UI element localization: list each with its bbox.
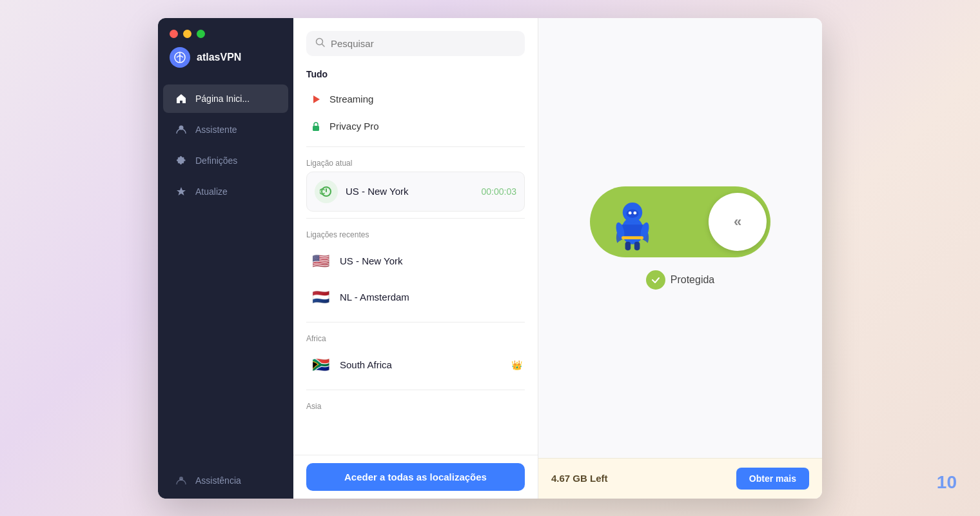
divider-1 [306,146,525,147]
sidebar-label-home: Página Inici... [195,94,250,104]
vpn-visual: « Protegida [538,18,822,458]
status-check-icon [646,270,665,290]
vpn-character [594,190,671,253]
category-streaming-label: Streaming [329,94,373,104]
sidebar-item-home[interactable]: Página Inici... [163,84,288,113]
home-icon [175,92,188,105]
flag-us: 🇺🇸 [309,250,332,273]
get-more-button[interactable]: Obter mais [736,468,809,490]
svg-marker-4 [313,95,320,103]
divider-2 [306,218,525,219]
vpn-toggle[interactable]: « [590,186,770,257]
sidebar-label-support: Assistência [195,475,241,486]
server-name-za: South Africa [340,359,501,370]
status-row: Protegida [646,270,715,290]
section-recent: Ligações recentes [306,225,525,243]
sidebar-label-settings: Definições [195,155,237,166]
window-controls [158,18,293,47]
access-all-button[interactable]: Aceder a todas as localizações [306,463,525,491]
sidebar-item-assistant[interactable]: Assistente [163,115,288,144]
sidebar-item-settings[interactable]: Definições [163,146,288,175]
svg-rect-5 [313,126,319,131]
brand: atlasVPN [158,47,293,83]
sidebar-label-assistant: Assistente [195,124,237,135]
recent-server-name-1: US - New York [340,255,522,266]
left-panel: Tudo Streaming [293,18,538,499]
upgrade-icon [175,185,188,198]
category-streaming[interactable]: Streaming [306,86,525,113]
brand-name: atlasVPN [197,52,241,63]
recent-server-us-ny[interactable]: 🇺🇸 US - New York [306,243,525,279]
current-server-item[interactable]: US - New York 00:00:03 [306,172,525,212]
section-current-connection: Ligação atual [306,154,525,172]
sidebar-item-support[interactable]: Assistência [163,466,288,497]
svg-rect-14 [625,242,631,250]
search-icon [315,37,326,50]
flag-nl: 🇳🇱 [309,286,332,309]
recent-server-name-2: NL - Amsterdam [340,292,522,303]
section-africa: Africa [306,329,525,347]
support-icon [175,474,188,487]
divider-4 [306,390,525,390]
maximize-button[interactable] [197,30,205,38]
close-button[interactable] [170,30,178,38]
sidebar-label-upgrade: Atualize [195,186,228,197]
divider-3 [306,322,525,322]
brand-logo [170,47,190,68]
sidebar: atlasVPN Página Inici... Assistente [158,18,293,499]
toggle-circle[interactable]: « [709,193,767,251]
section-label-all: Tudo [306,64,525,86]
connection-timer: 00:00:03 [482,186,517,197]
search-input[interactable] [331,38,516,49]
crown-icon: 👑 [511,360,522,370]
right-panel: « Protegida 4.67 GB Left Obter mais [538,18,822,499]
svg-point-10 [629,212,632,215]
ten-logo: 10 [937,472,957,493]
settings-icon [175,154,188,167]
search-box[interactable] [306,31,525,56]
streaming-icon [309,92,323,106]
server-south-africa[interactable]: 🇿🇦 South Africa 👑 [306,347,525,383]
data-bar: 4.67 GB Left Obter mais [538,458,822,499]
bottom-bar: Aceder a todas as localizações [293,455,538,499]
category-privacy-label: Privacy Pro [329,121,379,132]
privacy-icon [309,119,323,134]
category-privacy[interactable]: Privacy Pro [306,113,525,140]
flag-za: 🇿🇦 [309,353,332,377]
current-server-name: US - New York [346,186,474,197]
recent-server-nl-am[interactable]: 🇳🇱 NL - Amsterdam [306,279,525,315]
svg-rect-15 [634,242,640,250]
minimize-button[interactable] [183,30,191,38]
server-list: Tudo Streaming [293,64,538,455]
svg-point-11 [633,212,636,215]
main-content: Tudo Streaming [293,18,822,499]
svg-point-9 [627,210,639,218]
chevron-left-icon: « [734,213,741,230]
vpn-status-label: Protegida [671,274,715,286]
search-container [293,18,538,64]
data-remaining: 4.67 GB Left [551,473,608,484]
section-asia: Asia [306,397,525,415]
assistant-icon [175,123,188,136]
svg-rect-16 [622,236,643,239]
power-icon [315,180,338,203]
sidebar-item-upgrade[interactable]: Atualize [163,177,288,206]
